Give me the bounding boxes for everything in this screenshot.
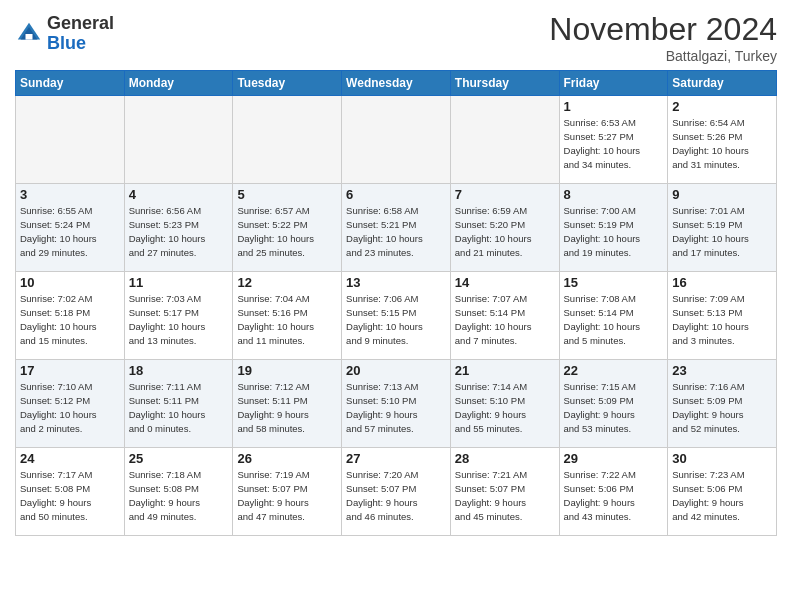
day-number: 16 [672, 275, 772, 290]
day-number: 19 [237, 363, 337, 378]
calendar-cell [342, 96, 451, 184]
day-number: 13 [346, 275, 446, 290]
day-info: Sunrise: 6:55 AM Sunset: 5:24 PM Dayligh… [20, 204, 120, 259]
day-info: Sunrise: 7:14 AM Sunset: 5:10 PM Dayligh… [455, 380, 555, 435]
calendar-cell: 25Sunrise: 7:18 AM Sunset: 5:08 PM Dayli… [124, 448, 233, 536]
location-subtitle: Battalgazi, Turkey [549, 48, 777, 64]
calendar-week-3: 10Sunrise: 7:02 AM Sunset: 5:18 PM Dayli… [16, 272, 777, 360]
calendar-cell: 27Sunrise: 7:20 AM Sunset: 5:07 PM Dayli… [342, 448, 451, 536]
day-info: Sunrise: 7:18 AM Sunset: 5:08 PM Dayligh… [129, 468, 229, 523]
day-number: 27 [346, 451, 446, 466]
calendar-cell: 10Sunrise: 7:02 AM Sunset: 5:18 PM Dayli… [16, 272, 125, 360]
day-info: Sunrise: 7:22 AM Sunset: 5:06 PM Dayligh… [564, 468, 664, 523]
calendar-cell: 8Sunrise: 7:00 AM Sunset: 5:19 PM Daylig… [559, 184, 668, 272]
calendar-cell: 3Sunrise: 6:55 AM Sunset: 5:24 PM Daylig… [16, 184, 125, 272]
weekday-header-tuesday: Tuesday [233, 71, 342, 96]
weekday-header-saturday: Saturday [668, 71, 777, 96]
calendar-cell: 11Sunrise: 7:03 AM Sunset: 5:17 PM Dayli… [124, 272, 233, 360]
day-number: 22 [564, 363, 664, 378]
day-number: 21 [455, 363, 555, 378]
day-number: 11 [129, 275, 229, 290]
day-number: 29 [564, 451, 664, 466]
day-number: 28 [455, 451, 555, 466]
calendar-cell: 20Sunrise: 7:13 AM Sunset: 5:10 PM Dayli… [342, 360, 451, 448]
weekday-header-sunday: Sunday [16, 71, 125, 96]
day-number: 20 [346, 363, 446, 378]
calendar-cell [233, 96, 342, 184]
calendar-cell [450, 96, 559, 184]
calendar-cell: 18Sunrise: 7:11 AM Sunset: 5:11 PM Dayli… [124, 360, 233, 448]
day-info: Sunrise: 7:11 AM Sunset: 5:11 PM Dayligh… [129, 380, 229, 435]
day-number: 10 [20, 275, 120, 290]
day-info: Sunrise: 7:00 AM Sunset: 5:19 PM Dayligh… [564, 204, 664, 259]
calendar-cell: 9Sunrise: 7:01 AM Sunset: 5:19 PM Daylig… [668, 184, 777, 272]
day-info: Sunrise: 6:53 AM Sunset: 5:27 PM Dayligh… [564, 116, 664, 171]
calendar-cell: 30Sunrise: 7:23 AM Sunset: 5:06 PM Dayli… [668, 448, 777, 536]
calendar-cell: 2Sunrise: 6:54 AM Sunset: 5:26 PM Daylig… [668, 96, 777, 184]
day-number: 9 [672, 187, 772, 202]
day-number: 17 [20, 363, 120, 378]
calendar-week-2: 3Sunrise: 6:55 AM Sunset: 5:24 PM Daylig… [16, 184, 777, 272]
day-info: Sunrise: 7:03 AM Sunset: 5:17 PM Dayligh… [129, 292, 229, 347]
day-info: Sunrise: 6:58 AM Sunset: 5:21 PM Dayligh… [346, 204, 446, 259]
calendar-cell: 24Sunrise: 7:17 AM Sunset: 5:08 PM Dayli… [16, 448, 125, 536]
header: General Blue November 2024 Battalgazi, T… [15, 10, 777, 64]
day-info: Sunrise: 7:02 AM Sunset: 5:18 PM Dayligh… [20, 292, 120, 347]
calendar-cell: 1Sunrise: 6:53 AM Sunset: 5:27 PM Daylig… [559, 96, 668, 184]
calendar-cell: 28Sunrise: 7:21 AM Sunset: 5:07 PM Dayli… [450, 448, 559, 536]
day-number: 26 [237, 451, 337, 466]
day-info: Sunrise: 6:54 AM Sunset: 5:26 PM Dayligh… [672, 116, 772, 171]
day-number: 12 [237, 275, 337, 290]
calendar-cell: 29Sunrise: 7:22 AM Sunset: 5:06 PM Dayli… [559, 448, 668, 536]
day-info: Sunrise: 7:20 AM Sunset: 5:07 PM Dayligh… [346, 468, 446, 523]
day-number: 3 [20, 187, 120, 202]
calendar-cell: 21Sunrise: 7:14 AM Sunset: 5:10 PM Dayli… [450, 360, 559, 448]
day-number: 30 [672, 451, 772, 466]
day-info: Sunrise: 7:21 AM Sunset: 5:07 PM Dayligh… [455, 468, 555, 523]
day-info: Sunrise: 6:59 AM Sunset: 5:20 PM Dayligh… [455, 204, 555, 259]
calendar-cell: 6Sunrise: 6:58 AM Sunset: 5:21 PM Daylig… [342, 184, 451, 272]
day-info: Sunrise: 7:01 AM Sunset: 5:19 PM Dayligh… [672, 204, 772, 259]
day-number: 2 [672, 99, 772, 114]
calendar-cell: 5Sunrise: 6:57 AM Sunset: 5:22 PM Daylig… [233, 184, 342, 272]
day-info: Sunrise: 7:15 AM Sunset: 5:09 PM Dayligh… [564, 380, 664, 435]
day-number: 6 [346, 187, 446, 202]
calendar-cell: 4Sunrise: 6:56 AM Sunset: 5:23 PM Daylig… [124, 184, 233, 272]
day-info: Sunrise: 7:19 AM Sunset: 5:07 PM Dayligh… [237, 468, 337, 523]
day-info: Sunrise: 7:07 AM Sunset: 5:14 PM Dayligh… [455, 292, 555, 347]
day-info: Sunrise: 7:13 AM Sunset: 5:10 PM Dayligh… [346, 380, 446, 435]
calendar-cell: 13Sunrise: 7:06 AM Sunset: 5:15 PM Dayli… [342, 272, 451, 360]
calendar-cell: 22Sunrise: 7:15 AM Sunset: 5:09 PM Dayli… [559, 360, 668, 448]
weekday-header-thursday: Thursday [450, 71, 559, 96]
title-block: November 2024 Battalgazi, Turkey [549, 10, 777, 64]
day-info: Sunrise: 7:09 AM Sunset: 5:13 PM Dayligh… [672, 292, 772, 347]
day-info: Sunrise: 6:57 AM Sunset: 5:22 PM Dayligh… [237, 204, 337, 259]
day-info: Sunrise: 7:16 AM Sunset: 5:09 PM Dayligh… [672, 380, 772, 435]
logo-icon [15, 20, 43, 48]
day-number: 14 [455, 275, 555, 290]
day-info: Sunrise: 7:06 AM Sunset: 5:15 PM Dayligh… [346, 292, 446, 347]
weekday-header-friday: Friday [559, 71, 668, 96]
day-number: 7 [455, 187, 555, 202]
calendar-cell: 15Sunrise: 7:08 AM Sunset: 5:14 PM Dayli… [559, 272, 668, 360]
calendar-cell: 17Sunrise: 7:10 AM Sunset: 5:12 PM Dayli… [16, 360, 125, 448]
day-info: Sunrise: 7:10 AM Sunset: 5:12 PM Dayligh… [20, 380, 120, 435]
weekday-header-wednesday: Wednesday [342, 71, 451, 96]
calendar-week-4: 17Sunrise: 7:10 AM Sunset: 5:12 PM Dayli… [16, 360, 777, 448]
calendar-cell [124, 96, 233, 184]
calendar-cell [16, 96, 125, 184]
month-title: November 2024 [549, 10, 777, 48]
day-number: 15 [564, 275, 664, 290]
calendar-cell: 26Sunrise: 7:19 AM Sunset: 5:07 PM Dayli… [233, 448, 342, 536]
day-number: 18 [129, 363, 229, 378]
day-number: 23 [672, 363, 772, 378]
day-number: 25 [129, 451, 229, 466]
calendar-table: SundayMondayTuesdayWednesdayThursdayFrid… [15, 70, 777, 536]
day-info: Sunrise: 7:23 AM Sunset: 5:06 PM Dayligh… [672, 468, 772, 523]
calendar-cell: 19Sunrise: 7:12 AM Sunset: 5:11 PM Dayli… [233, 360, 342, 448]
day-info: Sunrise: 7:17 AM Sunset: 5:08 PM Dayligh… [20, 468, 120, 523]
day-info: Sunrise: 7:04 AM Sunset: 5:16 PM Dayligh… [237, 292, 337, 347]
calendar-week-5: 24Sunrise: 7:17 AM Sunset: 5:08 PM Dayli… [16, 448, 777, 536]
logo-text: General Blue [47, 14, 114, 54]
calendar-cell: 14Sunrise: 7:07 AM Sunset: 5:14 PM Dayli… [450, 272, 559, 360]
